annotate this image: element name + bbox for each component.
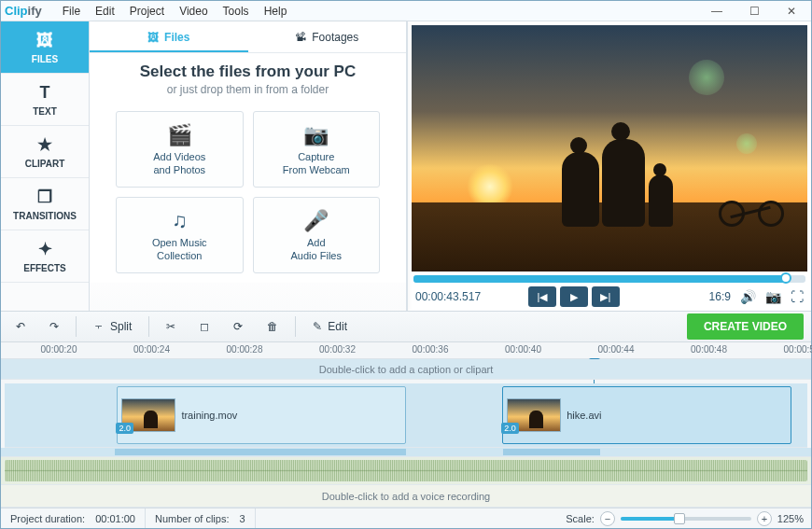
sidebar-tab-label: TEXT <box>33 106 57 117</box>
transitions-lane[interactable] <box>1 448 811 456</box>
close-button[interactable]: ✕ <box>776 3 807 20</box>
tile-add-audio[interactable]: 🎤 Add Audio Files <box>253 197 381 273</box>
files-panel: 🖼Files 📽Footages Select the files from y… <box>90 21 407 311</box>
panel-tab-files[interactable]: 🖼Files <box>90 21 248 52</box>
prev-button[interactable]: |◀ <box>528 286 556 307</box>
caption-lane[interactable]: Double-click to add a caption or clipart <box>1 359 811 379</box>
aspect-ratio-button[interactable]: 16:9 <box>709 290 731 303</box>
ruler-tick: 00:00:44 <box>598 344 635 355</box>
app-brand: Clipify <box>5 4 42 18</box>
menu-project[interactable]: Project <box>122 3 172 20</box>
image-icon: 🖼 <box>36 31 53 50</box>
tile-line: Add <box>307 237 326 248</box>
button-label: Edit <box>328 320 347 333</box>
snapshot-icon[interactable]: 📷 <box>765 289 781 304</box>
crop-icon: ◻ <box>200 320 209 333</box>
status-bar: Project duration: 00:01:00 Number of cli… <box>1 508 811 528</box>
status-value: 3 <box>240 513 245 524</box>
menu-tools[interactable]: Tools <box>216 3 257 20</box>
split-icon: ⫟ <box>93 320 105 333</box>
webcam-icon: 📷 <box>303 123 329 147</box>
track-audio: ♪🔊 <box>1 457 811 485</box>
edit-button[interactable]: ✎Edit <box>305 316 355 337</box>
panel-tab-label: Footages <box>312 31 358 44</box>
magic-icon: ✦ <box>38 239 52 259</box>
sidebar-tab-text[interactable]: TTEXT <box>1 74 89 126</box>
tile-add-videos-photos[interactable]: 🎬 Add Videos and Photos <box>116 111 244 188</box>
scale-label: Scale: <box>566 513 595 524</box>
clip-duration-badge: 2.0 <box>501 423 519 434</box>
zoom-in-button[interactable]: + <box>757 511 772 526</box>
sidebar-tab-transitions[interactable]: ❐TRANSITIONS <box>1 178 89 230</box>
delete-button[interactable]: 🗑 <box>259 316 286 337</box>
zoom-out-button[interactable]: − <box>600 511 615 526</box>
tile-line: Collection <box>157 250 202 261</box>
timeline-clip[interactable]: 2.0training.mov <box>117 386 406 444</box>
tile-line: Capture <box>298 151 334 162</box>
zoom-handle[interactable] <box>674 513 685 524</box>
maximize-button[interactable]: ☐ <box>738 3 770 20</box>
button-label: Split <box>110 320 132 333</box>
ruler-tick: 00:00:24 <box>133 344 170 355</box>
next-button[interactable]: ▶| <box>592 286 620 307</box>
voice-lane[interactable]: Double-click to add a voice recording <box>1 485 811 507</box>
track-transitions <box>1 448 811 457</box>
scrub-handle[interactable] <box>780 272 791 284</box>
sidebar-tab-files[interactable]: 🖼FILES <box>1 21 89 74</box>
create-video-button[interactable]: CREATE VIDEO <box>687 313 804 340</box>
menu-bar: Clipify File Edit Project Video Tools He… <box>1 1 811 21</box>
tile-line: and Photos <box>153 164 205 175</box>
scissors-icon: ✂ <box>166 320 175 333</box>
preview-pane: 00:00:43.517 |◀ ▶ ▶| 16:9 🔊 📷 ⛶ <box>407 21 811 311</box>
audio-lane[interactable] <box>1 457 811 484</box>
menu-edit[interactable]: Edit <box>88 3 122 20</box>
preview-scrub-bar[interactable] <box>413 275 805 283</box>
play-button[interactable]: ▶ <box>560 286 588 307</box>
voice-hint: Double-click to add a voice recording <box>1 485 811 507</box>
track-video: 🎥 2.0training.mov2.0hike.avi <box>5 383 807 448</box>
ruler-tick: 00:00:28 <box>227 344 263 355</box>
video-lane[interactable]: 2.0training.mov2.0hike.avi <box>5 383 807 447</box>
redo-button[interactable]: ↷ <box>42 316 66 337</box>
menu-video[interactable]: Video <box>172 3 215 20</box>
sidebar-tab-effects[interactable]: ✦EFFECTS <box>1 230 89 283</box>
crop-button[interactable]: ◻ <box>192 316 217 337</box>
cut-button[interactable]: ✂ <box>159 316 183 337</box>
sidebar-tab-label: CLIPART <box>25 159 65 169</box>
caption-hint: Double-click to add a caption or clipart <box>1 359 811 379</box>
undo-button[interactable]: ↶ <box>8 316 33 337</box>
menu-file[interactable]: File <box>55 3 88 20</box>
time-ruler[interactable]: 00:00:2000:00:2400:00:2800:00:3200:00:36… <box>1 342 811 359</box>
timeline-toolbar: ↶ ↷ ⫟Split ✂ ◻ ⟳ 🗑 ✎Edit CREATE VIDEO <box>1 311 811 342</box>
menu-help[interactable]: Help <box>257 3 295 20</box>
tile-line: Open Music <box>152 237 207 248</box>
preview-video[interactable] <box>412 25 807 271</box>
status-value: 00:01:00 <box>95 513 135 524</box>
layers-icon: ❐ <box>37 187 52 207</box>
waveform <box>5 460 807 481</box>
redo-icon: ↷ <box>49 320 59 333</box>
rotate-button[interactable]: ⟳ <box>226 316 250 337</box>
music-note-icon: ♫ <box>172 209 188 233</box>
transition-segment[interactable] <box>503 449 600 455</box>
ruler-tick: 00:00:52 <box>784 344 812 355</box>
zoom-control: Scale: − + 125% <box>558 511 811 526</box>
camcorder-icon: 📽 <box>295 31 306 44</box>
minimize-button[interactable]: — <box>701 3 733 20</box>
panel-tab-footages[interactable]: 📽Footages <box>248 21 407 52</box>
ruler-tick: 00:00:40 <box>505 344 541 355</box>
main-row: 🖼FILES TTEXT ★CLIPART ❐TRANSITIONS ✦EFFE… <box>1 21 811 311</box>
status-clip-count: Number of clips: 3 <box>146 508 256 528</box>
ruler-tick: 00:00:48 <box>691 344 727 355</box>
sidebar-tab-clipart[interactable]: ★CLIPART <box>1 126 89 178</box>
tile-capture-webcam[interactable]: 📷 Capture From Webcam <box>253 111 381 188</box>
tile-open-music[interactable]: ♫ Open Music Collection <box>116 197 244 273</box>
split-button[interactable]: ⫟Split <box>86 316 139 337</box>
zoom-slider[interactable] <box>621 517 751 521</box>
volume-icon[interactable]: 🔊 <box>740 289 756 304</box>
undo-icon: ↶ <box>16 320 25 333</box>
fullscreen-icon[interactable]: ⛶ <box>791 289 804 304</box>
film-reel-icon: 🎬 <box>167 123 192 147</box>
transition-segment[interactable] <box>115 449 406 455</box>
timeline-clip[interactable]: 2.0hike.avi <box>502 386 791 444</box>
